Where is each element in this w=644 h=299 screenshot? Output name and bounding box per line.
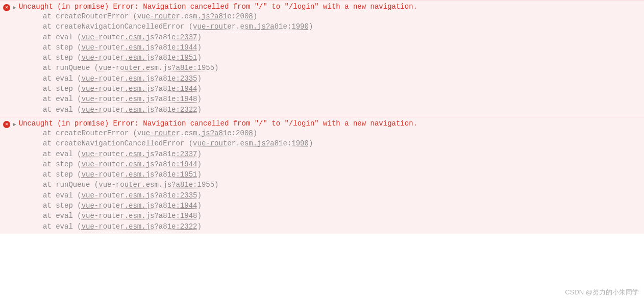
stack-frame: at step (vue-router.esm.js?a81e:1944) — [43, 201, 641, 211]
stack-frame: at eval (vue-router.esm.js?a81e:1948) — [43, 211, 641, 221]
stack-function: eval — [56, 95, 73, 103]
paren-open: ( — [73, 33, 82, 41]
at-prefix: at — [43, 95, 56, 103]
stack-frame: at eval (vue-router.esm.js?a81e:1948) — [43, 94, 641, 104]
stack-trace: at createRouterError (vue-router.esm.js?… — [3, 11, 641, 115]
paren-close: ) — [197, 212, 201, 220]
expand-toggle-icon[interactable]: ▶ — [13, 121, 16, 128]
stack-frame: at eval (vue-router.esm.js?a81e:2337) — [43, 149, 641, 159]
paren-close: ) — [309, 22, 313, 31]
at-prefix: at — [43, 43, 56, 52]
at-prefix: at — [43, 64, 56, 72]
paren-open: ( — [129, 129, 137, 137]
stack-frame: at eval (vue-router.esm.js?a81e:2322) — [43, 105, 641, 115]
source-link[interactable]: vue-router.esm.js?a81e:2008 — [137, 129, 253, 137]
source-link[interactable]: vue-router.esm.js?a81e:2335 — [82, 191, 197, 200]
at-prefix: at — [43, 54, 56, 62]
source-link[interactable]: vue-router.esm.js?a81e:1948 — [82, 95, 197, 103]
console-output: ✕▶Uncaught (in promise) Error: Navigatio… — [0, 0, 644, 234]
source-link[interactable]: vue-router.esm.js?a81e:2335 — [82, 74, 197, 83]
at-prefix: at — [43, 22, 56, 31]
source-link[interactable]: vue-router.esm.js?a81e:1944 — [82, 85, 197, 93]
at-prefix: at — [43, 12, 56, 20]
stack-function: eval — [56, 222, 73, 231]
source-link[interactable]: vue-router.esm.js?a81e:1944 — [82, 160, 197, 168]
stack-function: step — [56, 43, 73, 52]
paren-close: ) — [197, 160, 201, 168]
at-prefix: at — [43, 222, 56, 231]
expand-toggle-icon[interactable]: ▶ — [13, 4, 16, 11]
paren-close: ) — [197, 85, 201, 93]
stack-function: step — [56, 160, 73, 168]
paren-open: ( — [184, 22, 193, 31]
stack-function: eval — [56, 150, 73, 158]
stack-function: step — [56, 202, 73, 210]
stack-function: step — [56, 170, 73, 179]
paren-open: ( — [73, 106, 82, 114]
stack-frame: at step (vue-router.esm.js?a81e:1944) — [43, 42, 641, 53]
stack-frame: at createRouterError (vue-router.esm.js?… — [43, 11, 641, 21]
paren-open: ( — [73, 95, 82, 103]
paren-open: ( — [73, 191, 82, 200]
source-link[interactable]: vue-router.esm.js?a81e:1955 — [98, 181, 214, 189]
paren-close: ) — [253, 129, 257, 137]
paren-open: ( — [73, 212, 82, 220]
paren-open: ( — [73, 160, 82, 168]
source-link[interactable]: vue-router.esm.js?a81e:2337 — [82, 33, 197, 41]
stack-frame: at step (vue-router.esm.js?a81e:1951) — [43, 169, 641, 180]
source-link[interactable]: vue-router.esm.js?a81e:2322 — [82, 222, 197, 231]
paren-open: ( — [129, 12, 137, 20]
stack-function: createNavigationCancelledError — [56, 139, 184, 147]
source-link[interactable]: vue-router.esm.js?a81e:1951 — [82, 54, 197, 62]
at-prefix: at — [43, 129, 56, 137]
paren-open: ( — [90, 181, 98, 189]
stack-function: runQueue — [56, 64, 90, 72]
paren-close: ) — [214, 181, 218, 189]
stack-function: eval — [56, 212, 73, 220]
stack-function: eval — [56, 74, 73, 83]
error-header: ✕▶Uncaught (in promise) Error: Navigatio… — [3, 119, 641, 128]
stack-function: runQueue — [56, 181, 90, 189]
paren-close: ) — [197, 170, 201, 179]
stack-frame: at eval (vue-router.esm.js?a81e:2322) — [43, 221, 641, 232]
stack-function: createRouterError — [56, 12, 129, 20]
stack-function: step — [56, 85, 73, 93]
paren-close: ) — [197, 191, 201, 200]
console-error-block: ✕▶Uncaught (in promise) Error: Navigatio… — [0, 117, 644, 234]
at-prefix: at — [43, 170, 56, 179]
source-link[interactable]: vue-router.esm.js?a81e:1990 — [193, 22, 309, 31]
source-link[interactable]: vue-router.esm.js?a81e:2322 — [82, 106, 197, 114]
stack-frame: at eval (vue-router.esm.js?a81e:2335) — [43, 190, 641, 201]
stack-function: createRouterError — [56, 129, 129, 137]
source-link[interactable]: vue-router.esm.js?a81e:1944 — [82, 202, 197, 210]
paren-open: ( — [73, 54, 82, 62]
stack-function: step — [56, 54, 73, 62]
stack-frame: at runQueue (vue-router.esm.js?a81e:1955… — [43, 63, 641, 73]
source-link[interactable]: vue-router.esm.js?a81e:1990 — [193, 139, 309, 147]
source-link[interactable]: vue-router.esm.js?a81e:1944 — [82, 43, 197, 52]
at-prefix: at — [43, 150, 56, 158]
stack-frame: at step (vue-router.esm.js?a81e:1944) — [43, 159, 641, 169]
at-prefix: at — [43, 212, 56, 220]
source-link[interactable]: vue-router.esm.js?a81e:1955 — [98, 64, 214, 72]
paren-close: ) — [214, 64, 218, 72]
paren-close: ) — [197, 202, 201, 210]
at-prefix: at — [43, 139, 56, 147]
stack-function: eval — [56, 106, 73, 114]
at-prefix: at — [43, 160, 56, 168]
error-message: Uncaught (in promise) Error: Navigation … — [19, 3, 417, 11]
paren-open: ( — [73, 43, 82, 52]
source-link[interactable]: vue-router.esm.js?a81e:2337 — [82, 150, 197, 158]
source-link[interactable]: vue-router.esm.js?a81e:1951 — [82, 170, 197, 179]
error-icon: ✕ — [3, 121, 10, 128]
source-link[interactable]: vue-router.esm.js?a81e:2008 — [137, 12, 253, 20]
paren-open: ( — [73, 222, 82, 231]
paren-close: ) — [197, 33, 201, 41]
paren-close: ) — [197, 106, 201, 114]
stack-frame: at step (vue-router.esm.js?a81e:1951) — [43, 53, 641, 63]
source-link[interactable]: vue-router.esm.js?a81e:1948 — [82, 212, 197, 220]
at-prefix: at — [43, 74, 56, 83]
console-error-block: ✕▶Uncaught (in promise) Error: Navigatio… — [0, 0, 644, 117]
at-prefix: at — [43, 191, 56, 200]
error-icon: ✕ — [3, 4, 10, 11]
